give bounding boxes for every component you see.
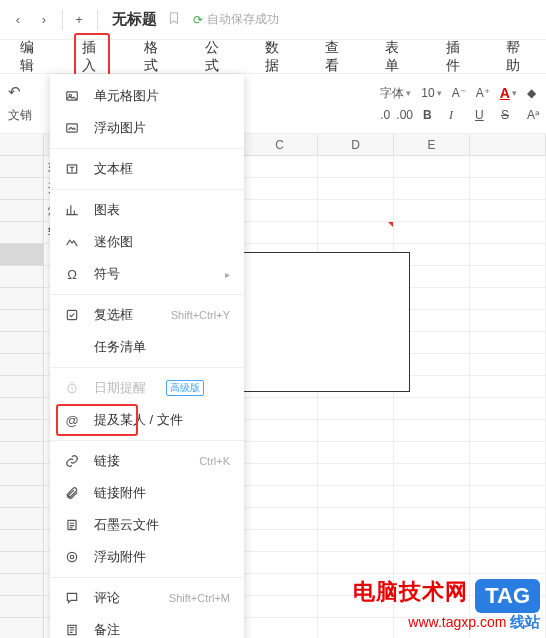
row-header[interactable] bbox=[0, 464, 44, 486]
menu-formula[interactable]: 公式 bbox=[199, 35, 231, 79]
cell[interactable] bbox=[242, 420, 318, 442]
cell[interactable] bbox=[318, 508, 394, 530]
row-header[interactable] bbox=[0, 486, 44, 508]
document-title[interactable]: 无标题 bbox=[112, 10, 157, 29]
cell[interactable] bbox=[394, 530, 470, 552]
row-header[interactable] bbox=[0, 156, 44, 178]
cell[interactable] bbox=[242, 574, 318, 596]
row-header[interactable] bbox=[0, 354, 44, 376]
cell[interactable] bbox=[470, 200, 546, 222]
decimal-increase[interactable]: .00 bbox=[396, 108, 413, 122]
row-header[interactable] bbox=[0, 266, 44, 288]
menu-format[interactable]: 格式 bbox=[138, 35, 170, 79]
row-header[interactable] bbox=[0, 574, 44, 596]
cell[interactable] bbox=[318, 222, 394, 244]
cell[interactable] bbox=[470, 552, 546, 574]
cell[interactable] bbox=[242, 222, 318, 244]
menu-link[interactable]: 链接 Ctrl+K bbox=[50, 445, 244, 477]
menu-view[interactable]: 查看 bbox=[319, 35, 351, 79]
row-header[interactable] bbox=[0, 178, 44, 200]
cell[interactable] bbox=[470, 178, 546, 200]
cell[interactable] bbox=[242, 156, 318, 178]
cell[interactable] bbox=[242, 178, 318, 200]
cell[interactable] bbox=[394, 200, 470, 222]
underline-button[interactable]: U bbox=[475, 108, 491, 122]
cell[interactable] bbox=[394, 486, 470, 508]
cell[interactable] bbox=[318, 464, 394, 486]
row-header[interactable] bbox=[0, 288, 44, 310]
col-header-d[interactable]: D bbox=[318, 134, 394, 156]
cell[interactable] bbox=[242, 618, 318, 638]
cell[interactable] bbox=[394, 552, 470, 574]
row-header[interactable] bbox=[0, 442, 44, 464]
cell[interactable] bbox=[242, 552, 318, 574]
row-header[interactable] bbox=[0, 332, 44, 354]
bookmark-icon[interactable] bbox=[167, 11, 181, 28]
cell[interactable] bbox=[470, 354, 546, 376]
decimal-decrease[interactable]: .0 bbox=[380, 108, 390, 122]
cell[interactable] bbox=[318, 398, 394, 420]
superscript-button[interactable]: Aᵃ bbox=[527, 108, 540, 122]
menu-link-attachment[interactable]: 链接附件 bbox=[50, 477, 244, 509]
row-header[interactable] bbox=[0, 596, 44, 618]
menu-float-attachment[interactable]: 浮动附件 bbox=[50, 541, 244, 573]
cell[interactable] bbox=[394, 464, 470, 486]
row-header[interactable] bbox=[0, 376, 44, 398]
menu-tasklist[interactable]: 任务清单 bbox=[50, 331, 244, 363]
row-header[interactable] bbox=[0, 222, 44, 244]
cell[interactable] bbox=[318, 200, 394, 222]
cell[interactable] bbox=[394, 156, 470, 178]
cell[interactable] bbox=[242, 398, 318, 420]
strike-button[interactable]: S bbox=[501, 108, 517, 122]
cell[interactable] bbox=[470, 376, 546, 398]
row-header[interactable] bbox=[0, 618, 44, 638]
cell[interactable] bbox=[318, 156, 394, 178]
menu-chart[interactable]: 图表 bbox=[50, 194, 244, 226]
cell[interactable] bbox=[318, 530, 394, 552]
cell[interactable] bbox=[242, 464, 318, 486]
cell[interactable] bbox=[318, 178, 394, 200]
menu-checkbox[interactable]: 复选框 Shift+Ctrl+Y bbox=[50, 299, 244, 331]
cell[interactable] bbox=[394, 222, 470, 244]
cell[interactable] bbox=[318, 420, 394, 442]
new-button[interactable]: + bbox=[67, 8, 91, 32]
row-header[interactable] bbox=[0, 200, 44, 222]
fill-color[interactable]: ◆ bbox=[527, 86, 536, 100]
menu-form[interactable]: 表单 bbox=[379, 35, 411, 79]
col-header-c[interactable]: C bbox=[242, 134, 318, 156]
cell[interactable] bbox=[470, 398, 546, 420]
row-header[interactable] bbox=[0, 530, 44, 552]
menu-plugin[interactable]: 插件 bbox=[440, 35, 472, 79]
col-header[interactable] bbox=[470, 134, 546, 156]
cell[interactable] bbox=[470, 442, 546, 464]
undo-icon[interactable]: ↶ bbox=[8, 83, 21, 101]
cell[interactable] bbox=[470, 288, 546, 310]
cell[interactable] bbox=[470, 530, 546, 552]
cell[interactable] bbox=[470, 464, 546, 486]
cell[interactable] bbox=[470, 310, 546, 332]
row-header[interactable] bbox=[0, 398, 44, 420]
font-color[interactable]: A▾ bbox=[500, 85, 517, 101]
cell[interactable] bbox=[470, 486, 546, 508]
select-all-corner[interactable] bbox=[0, 134, 44, 156]
font-dropdown[interactable]: 字体▾ bbox=[380, 85, 411, 102]
cell[interactable] bbox=[470, 332, 546, 354]
cell[interactable] bbox=[470, 156, 546, 178]
cell[interactable] bbox=[394, 442, 470, 464]
row-header[interactable] bbox=[0, 420, 44, 442]
cell[interactable] bbox=[470, 266, 546, 288]
back-button[interactable]: ‹ bbox=[6, 8, 30, 32]
cell[interactable] bbox=[242, 486, 318, 508]
cell[interactable] bbox=[318, 442, 394, 464]
cell[interactable] bbox=[242, 200, 318, 222]
row-header[interactable] bbox=[0, 244, 44, 266]
menu-sparkline[interactable]: 迷你图 bbox=[50, 226, 244, 258]
cell[interactable] bbox=[318, 486, 394, 508]
cell[interactable] bbox=[242, 508, 318, 530]
cell[interactable] bbox=[394, 508, 470, 530]
fontsize-dropdown[interactable]: 10▾ bbox=[421, 86, 441, 100]
menu-comment[interactable]: 评论 Shift+Ctrl+M bbox=[50, 582, 244, 614]
menu-note[interactable]: 备注 bbox=[50, 614, 244, 638]
cell[interactable] bbox=[470, 222, 546, 244]
menu-cell-image[interactable]: 单元格图片 bbox=[50, 80, 244, 112]
